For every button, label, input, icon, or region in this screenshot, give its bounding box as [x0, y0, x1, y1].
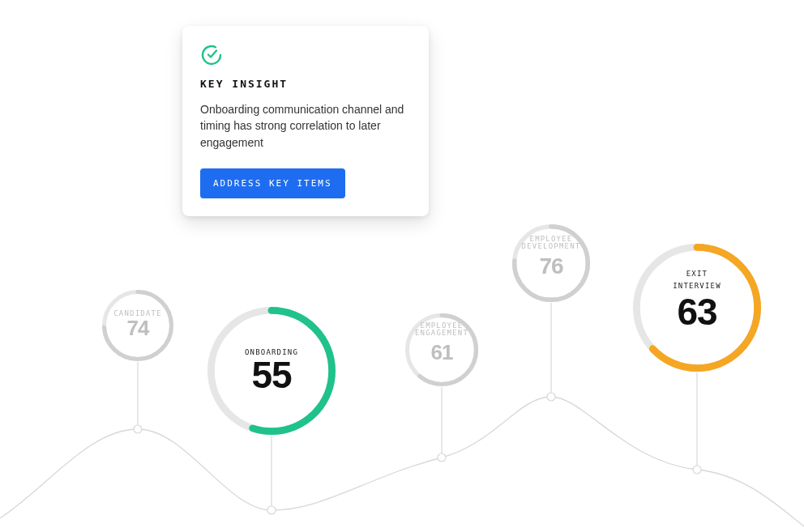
- gauge-label-development: EMPLOYEEDEVELOPMENT: [522, 235, 581, 250]
- gauge-value-candidate: 74: [127, 316, 150, 340]
- svg-point-7: [438, 453, 446, 462]
- svg-point-9: [693, 466, 701, 474]
- gauge-value-onboarding: 55: [251, 354, 292, 396]
- address-key-items-button[interactable]: ADDRESS KEY ITEMS: [200, 168, 345, 198]
- gauge-candidate: CANDIDATE74: [101, 289, 174, 362]
- gauge-onboarding: ONBOARDING55: [207, 306, 336, 436]
- svg-point-5: [134, 425, 142, 433]
- gauge-value-exit: 63: [677, 291, 716, 333]
- gauge-label-engagement: EMPLOYEEENGAGEMENT: [415, 321, 468, 337]
- gauge-ring-development: EMPLOYEEDEVELOPMENT76: [511, 223, 591, 303]
- gauge-engagement: EMPLOYEEENGAGEMENT61: [404, 313, 479, 387]
- gauge-ring-exit: EXITINTERVIEW63: [632, 243, 762, 372]
- insight-card: KEY INSIGHT Onboarding communication cha…: [182, 26, 429, 216]
- gauge-value-engagement: 61: [431, 340, 453, 364]
- gauge-value-development: 76: [539, 253, 563, 279]
- svg-point-8: [547, 393, 555, 401]
- insight-title: KEY INSIGHT: [200, 78, 411, 90]
- checkmark-circle-icon: [200, 44, 411, 70]
- gauge-ring-onboarding: ONBOARDING55: [207, 306, 336, 436]
- gauge-ring-candidate: CANDIDATE74: [101, 289, 174, 362]
- gauge-development: EMPLOYEEDEVELOPMENT76: [511, 223, 591, 303]
- gauge-ring-engagement: EMPLOYEEENGAGEMENT61: [404, 313, 479, 387]
- gauge-exit: EXITINTERVIEW63: [632, 243, 762, 372]
- svg-point-6: [267, 506, 276, 514]
- insight-body: Onboarding communication channel and tim…: [200, 101, 411, 151]
